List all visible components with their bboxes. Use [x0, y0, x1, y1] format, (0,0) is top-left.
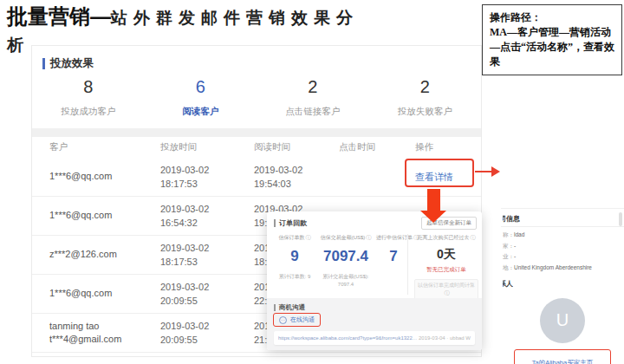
company-info-header: 公司信息	[501, 209, 624, 226]
communication-section: 商机沟通 ··· 在线沟通 https://workspace.alibaba.…	[267, 298, 482, 350]
disabled-hint: 以信保订单完成时间计算ⓘ	[414, 279, 478, 300]
table-header: 客户 投放时间 阅读时间 点击时间 操作	[32, 137, 481, 158]
days-since-purchase: 0天	[414, 247, 478, 263]
workspace-url-bar[interactable]: https://workspace.alibaba.com/card?type=…	[274, 331, 475, 345]
info-icon[interactable]: ⓘ	[306, 235, 311, 240]
highlight-box-buyer-home: Ta的Alibaba买家主页	[514, 349, 611, 364]
section-accent-bar	[274, 304, 276, 311]
col-read-time: 阅读时间	[254, 141, 339, 153]
order-summary-popup: 订单回款 起草信保全新订单 信保订单数ⓘ 9 累计订单数: 9 信保交易金额(U…	[267, 211, 482, 350]
red-annotation-line	[475, 171, 492, 172]
divider-strip	[32, 128, 481, 137]
instruction-body: MA—客户管理—营销活动—点击“活动名称”，查看效果	[490, 25, 614, 69]
stat-clicked-link[interactable]: 2 点击链接客户	[257, 77, 369, 118]
buyer-info-panel: 公司信息 公司名称：ldad 国家：- 行业：- 所在地：United King…	[501, 208, 624, 364]
info-icon[interactable]: ⓘ	[471, 235, 476, 240]
online-chat-button[interactable]: ··· 在线沟通	[273, 313, 321, 327]
red-arrow-down-icon	[427, 189, 440, 211]
scrollbar-thumb[interactable]	[619, 212, 622, 226]
company-field: 公司名称：ldad	[501, 230, 624, 241]
stat-ta-ongoing: 进行中信保订单ⓘ 7	[376, 234, 411, 289]
section-accent-bar	[42, 58, 45, 69]
effect-section-title: 投放效果	[50, 56, 94, 71]
last-purchase-panel: 距离上次购买已经过去ⓘ 0天 暂无已完成订单 以信保订单完成时间计算ⓘ	[414, 234, 478, 300]
company-field: 所在地：United Kingdom Aberdeenshire	[501, 263, 624, 274]
red-arrow-down-head	[420, 211, 446, 223]
col-customer: 客户	[49, 141, 160, 153]
effect-section-header: 投放效果	[42, 56, 94, 71]
popup-section-header: 订单回款	[274, 218, 307, 228]
info-icon[interactable]: ⓘ	[366, 235, 371, 240]
company-field: 国家：-	[501, 241, 624, 252]
instruction-box: 操作路径： MA—客户管理—营销活动—点击“活动名称”，查看效果	[482, 4, 622, 75]
workspace-url[interactable]: https://workspace.alibaba.com/card?type=…	[278, 335, 417, 341]
col-click-time: 点击时间	[339, 141, 415, 153]
popup-stats: 信保订单数ⓘ 9 累计订单数: 9 信保交易金额(US$)ⓘ 7097.4 累计…	[274, 234, 411, 289]
info-icon: ⓘ	[445, 290, 450, 296]
stat-ta-amount: 信保交易金额(US$)ⓘ 7097.4 累计交易金额(US$): 7097.4	[315, 234, 376, 289]
communication-header: 商机沟通	[274, 303, 305, 312]
red-arrow-right-icon	[491, 166, 500, 177]
stat-delivered-failed[interactable]: 2 投放失败客户	[369, 77, 482, 118]
no-completed-order-warning: 暂无已完成订单	[414, 266, 478, 274]
divider	[501, 226, 624, 227]
stat-delivered-success[interactable]: 8 投放成功客户	[32, 77, 145, 118]
instruction-heading: 操作路径：	[490, 10, 614, 25]
section-accent-bar	[274, 219, 276, 227]
col-delivered-time: 投放时间	[160, 141, 254, 153]
contact-header: 联系人	[501, 274, 624, 291]
stat-ta-order-count: 信保订单数ⓘ 9 累计订单数: 9	[274, 234, 315, 289]
col-action: 操作	[415, 141, 481, 153]
page-title-prefix: 批量营销—	[7, 4, 111, 28]
company-field: 行业：-	[501, 251, 624, 263]
url-meta: 2019-03-04 · ubbad W	[419, 335, 471, 341]
vertical-divider	[407, 234, 408, 295]
stat-read-customers[interactable]: 6 阅读客户	[145, 77, 257, 118]
effect-stats-row: 8 投放成功客户 6 阅读客户 2 点击链接客户 2 投放失败客户	[32, 77, 481, 118]
chat-icon: ···	[279, 316, 287, 324]
highlight-box-view-details	[405, 159, 474, 187]
buyer-home-link[interactable]: Ta的Alibaba买家主页	[532, 359, 593, 364]
avatar: U	[540, 298, 585, 343]
